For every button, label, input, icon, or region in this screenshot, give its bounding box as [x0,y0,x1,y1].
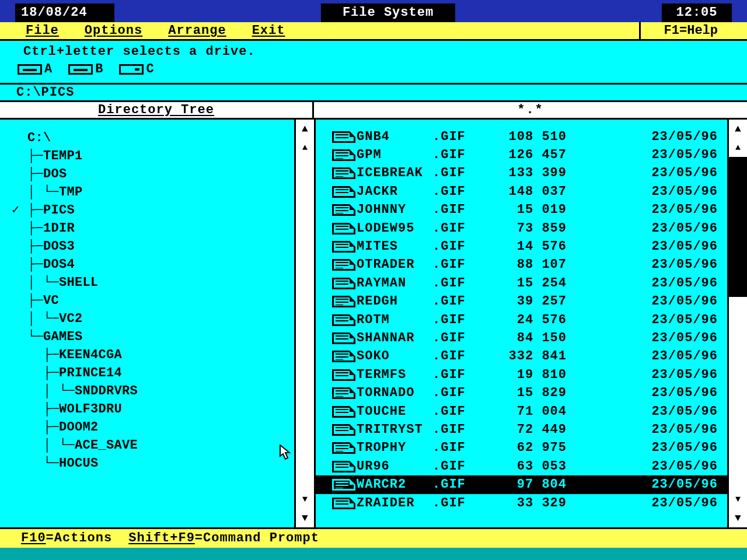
file-row[interactable]: JOHNNY.GIF15 01923/05/96 [316,201,727,219]
tree-item[interactable]: └─HOCUS [12,454,289,473]
file-row[interactable]: SHANNAR.GIF84 15023/05/96 [316,329,727,347]
file-date: 23/05/96 [651,167,724,180]
tree-item[interactable]: └─GAMES [12,328,289,346]
file-name: WARCR2 [357,478,432,491]
scroll-down-icon[interactable]: ▼ [729,509,747,527]
file-name: TOUCHE [357,405,432,418]
file-name: REDGH [357,295,432,308]
file-row[interactable]: TROPHY.GIF62 97523/05/96 [316,439,727,457]
tree-item[interactable]: ├─VC [12,292,289,310]
file-icon [332,406,355,418]
file-row[interactable]: REDGH.GIF39 25723/05/96 [316,293,727,311]
menu-exit[interactable]: Exit [238,24,297,37]
tree-item[interactable]: C:\ [12,129,289,147]
file-ext: .GIF [432,497,479,510]
file-row[interactable]: GNB4.GIF108 51023/05/96 [316,128,727,146]
file-row[interactable]: RAYMAN.GIF15 25423/05/96 [316,274,727,292]
path-bar: C:\PICS [0,85,747,102]
file-row[interactable]: SOKO.GIF332 84123/05/96 [316,348,727,366]
hint-actions: F10=Actions [21,532,112,545]
file-icon [332,369,355,381]
file-name: JOHNNY [357,204,432,216]
menu-arrange[interactable]: Arrange [154,24,238,37]
file-row[interactable]: LODEW95.GIF73 85923/05/96 [316,219,727,237]
menu-bar: File Options Arrange Exit F1=Help [0,22,747,41]
tree-item[interactable]: ├─DOS [12,165,289,183]
file-ext: .GIF [432,424,479,436]
file-icon [332,498,355,509]
file-row[interactable]: UR96.GIF63 05323/05/96 [316,457,727,475]
tree-item[interactable]: ├─KEEN4CGA [12,346,289,364]
tree-item[interactable]: ├─DOOM2 [12,418,289,436]
file-name: GNB4 [357,131,432,144]
scroll-page-down-icon[interactable]: ▼ [729,490,747,509]
tree-item[interactable]: ├─1DIR [12,219,289,237]
file-row[interactable]: OTRADER.GIF88 10723/05/96 [316,256,727,274]
file-row[interactable]: TOUCHE.GIF71 00423/05/96 [316,402,727,421]
scroll-up-icon[interactable]: ▲ [296,120,314,138]
current-path: C:\PICS [16,86,74,99]
file-ext: .GIF [432,186,479,198]
drive-a[interactable]: A [18,63,52,76]
file-scrollbar[interactable]: ▲ ▲ ▼ ▼ [727,120,747,527]
file-date: 23/05/96 [651,240,724,253]
file-name: TRITRYST [357,424,432,436]
drive-b[interactable]: B [68,63,103,76]
file-size: 133 399 [479,167,567,180]
drive-area: Ctrl+letter selects a drive. A B C [0,41,747,85]
file-size: 62 975 [479,442,567,454]
file-icon [332,424,355,436]
tree-item[interactable]: ├─DOS4 [12,256,289,274]
scroll-page-up-icon[interactable]: ▲ [296,138,314,157]
file-icon [332,149,355,161]
file-row[interactable]: ICEBREAK.GIF133 39923/05/96 [316,164,727,183]
tree-item[interactable]: ├─DOS3 [12,237,289,256]
file-row[interactable]: TORNADO.GIF15 82923/05/96 [316,384,727,402]
header-tree: Directory Tree [0,102,314,118]
menu-help[interactable]: F1=Help [639,22,747,39]
file-date: 23/05/96 [651,424,724,436]
directory-tree[interactable]: C:\ ├─TEMP1 ├─DOS │ └─TMP✓ ├─PICS ├─1DIR… [0,120,294,527]
tree-item[interactable]: ✓ ├─PICS [12,201,289,219]
file-row[interactable]: GPM.GIF126 45723/05/96 [316,146,727,164]
tree-item[interactable]: │ └─VC2 [12,310,289,328]
scroll-down-icon[interactable]: ▼ [296,509,314,527]
file-size: 73 859 [479,222,567,235]
tree-scrollbar[interactable]: ▲ ▲ ▼ ▼ [294,120,314,527]
scroll-up-icon[interactable]: ▲ [729,120,747,138]
file-name: TERMFS [357,369,432,382]
scroll-page-up-icon[interactable]: ▲ [729,138,747,157]
file-date: 23/05/96 [651,497,724,510]
menu-options[interactable]: Options [71,24,154,37]
file-row[interactable]: WARCR2.GIF97 80423/05/96 [316,475,727,494]
tree-item[interactable]: │ └─SNDDRVRS [12,382,289,400]
hint-prompt: Shift+F9=Command Prompt [128,532,319,545]
file-row[interactable]: ROTM.GIF24 57623/05/96 [316,311,727,329]
file-list[interactable]: GNB4.GIF108 51023/05/96GPM.GIF126 45723/… [314,120,727,527]
file-date: 23/05/96 [651,387,724,400]
file-name: TORNADO [357,387,432,400]
file-row[interactable]: TRITRYST.GIF72 44923/05/96 [316,421,727,439]
file-row[interactable]: JACKR.GIF148 03723/05/96 [316,183,727,201]
tree-item[interactable]: │ └─SHELL [12,274,289,292]
file-name: MITES [357,240,432,253]
scroll-page-down-icon[interactable]: ▼ [296,490,314,509]
file-row[interactable]: TERMFS.GIF19 81023/05/96 [316,366,727,384]
tree-item[interactable]: │ └─ACE_SAVE [12,436,289,454]
file-ext: .GIF [432,314,479,327]
file-size: 19 810 [479,369,567,382]
drive-c[interactable]: C [119,63,153,76]
file-date: 23/05/96 [651,186,724,198]
tree-item[interactable]: │ └─TMP [12,183,289,201]
tree-item[interactable]: ├─WOLF3DRU [12,400,289,418]
tree-item[interactable]: ├─PRINCE14 [12,364,289,382]
file-name: SOKO [357,350,432,363]
file-row[interactable]: ZRAIDER.GIF33 32923/05/96 [316,494,727,512]
file-size: 126 457 [479,149,567,162]
file-date: 23/05/96 [651,131,724,144]
menu-file[interactable]: File [0,24,71,37]
file-date: 23/05/96 [651,332,724,345]
tree-item[interactable]: ├─TEMP1 [12,147,289,165]
file-row[interactable]: MITES.GIF14 57623/05/96 [316,237,727,256]
scroll-thumb[interactable] [729,157,747,297]
